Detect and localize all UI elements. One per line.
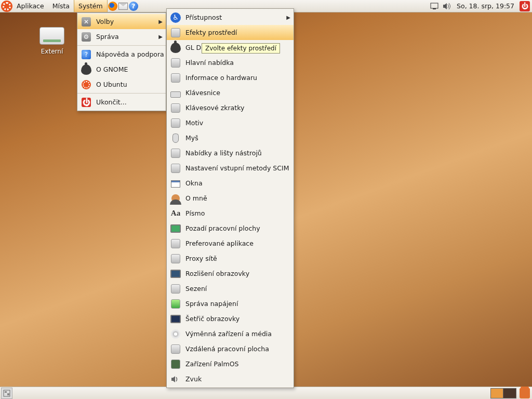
remote-desktop-icon: [170, 343, 181, 355]
preferred-apps-icon: [170, 238, 181, 249]
menu-item-preferred-apps[interactable]: Preferované aplikace: [167, 236, 294, 251]
scim-icon: [170, 163, 181, 174]
menu-item-label: Nabídky a lišty nástrojů: [185, 149, 262, 157]
menu-item-hardware-info[interactable]: Informace o hardwaru: [167, 70, 294, 85]
menu-item-mouse[interactable]: Myš: [167, 130, 294, 145]
gnome-foot-icon: [81, 64, 92, 75]
menu-places[interactable]: Místa: [48, 0, 74, 12]
ubuntu-logo-icon[interactable]: [1, 1, 12, 12]
menu-item-label: Hlavní nabídka: [185, 59, 234, 66]
menu-item-label: Vzdálená pracovní plocha: [185, 345, 269, 353]
proxy-icon: [170, 253, 181, 264]
bottom-panel: [0, 387, 532, 399]
sound-icon: [170, 374, 181, 385]
menu-item-label: Sezení: [185, 285, 207, 292]
menu-separator: [77, 45, 166, 46]
workspace-switcher[interactable]: [490, 388, 516, 398]
menu-item-label: Šetřič obrazovky: [185, 315, 240, 323]
desktop-effects-icon: [170, 27, 181, 38]
menu-item-scim[interactable]: Nastavení vstupní metody SCIM: [167, 161, 294, 176]
menu-item-keyboard[interactable]: Klávesnice: [167, 85, 294, 100]
menu-item-label: Výměnná zařízení a média: [185, 330, 272, 338]
menu-item-label: Klávesové zkratky: [185, 104, 244, 112]
menu-applications[interactable]: Aplikace: [12, 0, 48, 12]
menu-item-quit[interactable]: ⏻ Ukončit...: [77, 95, 166, 110]
battery-icon: [170, 298, 181, 310]
mail-launcher-icon[interactable]: [118, 1, 128, 11]
mouse-icon: [170, 132, 181, 144]
resolution-icon: [170, 268, 181, 280]
menu-item-label: O mně: [185, 194, 207, 202]
ubuntu-icon: [81, 79, 92, 90]
menu-item-palmos[interactable]: Zařízení PalmOS: [167, 356, 294, 371]
quit-icon: ⏻: [81, 97, 92, 108]
clock[interactable]: So, 18. srp, 19:57: [455, 2, 516, 10]
volume-icon[interactable]: [442, 2, 451, 11]
show-desktop-button[interactable]: [1, 388, 12, 399]
menu-item-session[interactable]: Sezení: [167, 281, 294, 296]
menu-item-removable-media[interactable]: Výměnná zařízení a média: [167, 326, 294, 341]
screensaver-icon: [170, 313, 181, 325]
font-icon: Aa: [170, 208, 181, 219]
menu-item-label: Motiv: [185, 119, 203, 127]
menu-item-label: Správa: [96, 33, 119, 41]
menu-item-preferences[interactable]: ✕ Volby ▶: [77, 14, 166, 29]
gnome-icon: [170, 42, 181, 54]
menu-system[interactable]: Systém: [74, 0, 108, 12]
accessibility-icon: ♿: [170, 12, 181, 23]
menu-item-remote-desktop[interactable]: Vzdálená pracovní plocha: [167, 341, 294, 356]
workspace-2[interactable]: [503, 389, 516, 398]
menu-item-administration[interactable]: ⚙ Správa ▶: [77, 29, 166, 44]
menu-item-label: Preferované aplikace: [185, 240, 254, 247]
menu-item-desktop-effects[interactable]: Efekty prostředí: [167, 25, 294, 40]
toolbar-icon: [170, 148, 181, 159]
menu-item-label: Efekty prostředí: [185, 29, 237, 36]
menu-item-main-menu[interactable]: Hlavní nabídka: [167, 55, 294, 70]
trash-icon[interactable]: [520, 388, 530, 398]
menu-item-screen-resolution[interactable]: Rozlišení obrazovky: [167, 266, 294, 281]
menu-item-label: Myš: [185, 134, 198, 142]
menu-item-about-ubuntu[interactable]: O Ubuntu: [77, 77, 166, 92]
menu-item-keyboard-shortcuts[interactable]: Klávesové zkratky: [167, 100, 294, 115]
svg-rect-1: [433, 8, 436, 9]
svg-rect-0: [431, 3, 438, 8]
main-menu-icon: [170, 57, 181, 69]
menu-item-about-me[interactable]: O mně: [167, 191, 294, 206]
preferences-icon: ✕: [81, 16, 92, 28]
desktop-drive-label: Externí: [31, 48, 73, 55]
menu-item-label: Okna: [185, 179, 203, 187]
help-launcher-icon[interactable]: ?: [128, 1, 139, 11]
preferences-submenu: ♿ Přístupnost ▶ Efekty prostředí GL Desk…: [166, 8, 294, 388]
menu-item-background[interactable]: Pozadí pracovní plochy: [167, 221, 294, 236]
submenu-arrow-icon: ▶: [158, 34, 163, 39]
desktop-drive-icon[interactable]: Externí: [31, 27, 73, 55]
menu-item-label: Nápověda a podpora: [96, 50, 164, 58]
windows-icon: [170, 178, 181, 189]
menu-item-sound[interactable]: Zvuk: [167, 371, 294, 387]
menu-item-about-gnome[interactable]: O GNOME: [77, 62, 166, 77]
menu-item-screensaver[interactable]: Šetřič obrazovky: [167, 311, 294, 326]
tooltip: Zvolte efekty prostředí: [202, 43, 280, 54]
menu-item-windows[interactable]: Okna: [167, 176, 294, 191]
menu-item-theme[interactable]: Motiv: [167, 115, 294, 130]
menu-item-label: O GNOME: [96, 65, 128, 73]
menu-item-power-management[interactable]: Správa napájení: [167, 296, 294, 311]
menu-item-menus-toolbars[interactable]: Nabídky a lišty nástrojů: [167, 145, 294, 161]
shutdown-button-icon[interactable]: ⏻: [520, 1, 530, 11]
menu-item-label: Volby: [96, 18, 114, 25]
network-icon[interactable]: [430, 2, 439, 11]
svg-marker-3: [171, 376, 175, 382]
menu-item-help[interactable]: ? Nápověda a podpora: [77, 47, 166, 62]
theme-icon: [170, 117, 181, 129]
menu-item-network-proxy[interactable]: Proxy sítě: [167, 251, 294, 266]
menu-item-font[interactable]: Aa Písmo: [167, 206, 294, 221]
keyboard-icon: [170, 87, 181, 99]
menu-item-accessibility[interactable]: ♿ Přístupnost ▶: [167, 10, 294, 25]
system-menu: ✕ Volby ▶ ⚙ Správa ▶ ? Nápověda a podpor…: [77, 12, 166, 111]
menu-item-label: Ukončit...: [96, 98, 127, 106]
workspace-1[interactable]: [491, 389, 503, 398]
svg-rect-5: [5, 391, 7, 393]
firefox-launcher-icon[interactable]: [108, 1, 118, 11]
menu-item-label: Zvuk: [185, 375, 202, 383]
menu-item-label: Rozlišení obrazovky: [185, 270, 249, 277]
